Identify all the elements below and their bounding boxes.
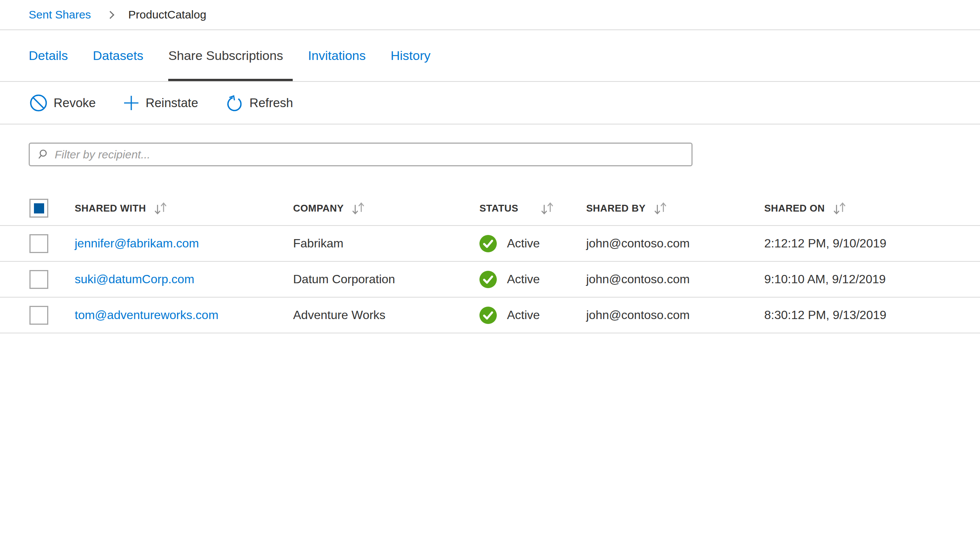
status-label: Active bbox=[507, 308, 540, 322]
shared-on-cell: 9:10:10 AM, 9/12/2019 bbox=[764, 272, 980, 286]
reinstate-button-label: Reinstate bbox=[146, 96, 198, 110]
tab-datasets[interactable]: Datasets bbox=[93, 30, 143, 81]
tab-bar: Details Datasets Share Subscriptions Inv… bbox=[0, 30, 980, 82]
chevron-right-icon bbox=[107, 11, 114, 19]
status-label: Active bbox=[507, 272, 540, 286]
status-cell: Active bbox=[479, 271, 586, 288]
column-header-shared-on[interactable]: SHARED ON bbox=[764, 200, 980, 216]
status-label: Active bbox=[507, 237, 540, 251]
shared-with-link[interactable]: tom@adventureworks.com bbox=[75, 308, 293, 322]
column-header-label: SHARED WITH bbox=[75, 203, 146, 214]
status-cell: Active bbox=[479, 306, 586, 324]
tab-invitations[interactable]: Invitations bbox=[308, 30, 366, 81]
column-header-label: COMPANY bbox=[293, 203, 344, 214]
sort-updown-icon bbox=[832, 200, 847, 216]
search-icon bbox=[37, 148, 49, 161]
sort-updown-icon bbox=[350, 200, 366, 216]
checkbox-indeterminate-mark bbox=[34, 203, 44, 213]
column-header-status[interactable]: STATUS bbox=[479, 200, 586, 216]
shared-by-cell: john@contoso.com bbox=[586, 308, 764, 322]
filter-box bbox=[29, 143, 692, 166]
select-all-checkbox[interactable] bbox=[29, 199, 48, 218]
shared-on-cell: 2:12:12 PM, 9/10/2019 bbox=[764, 237, 980, 251]
table-header-row: SHARED WITH COMPANY STATUS SHARED BY bbox=[0, 191, 980, 226]
reinstate-button[interactable]: Reinstate bbox=[123, 95, 198, 111]
check-circle-icon bbox=[479, 271, 497, 288]
block-icon bbox=[29, 94, 48, 112]
table-row[interactable]: suki@datumCorp.com Datum Corporation Act… bbox=[0, 262, 980, 298]
command-bar: Revoke Reinstate Refresh bbox=[0, 82, 980, 124]
filter-input[interactable] bbox=[55, 144, 685, 165]
check-circle-icon bbox=[479, 235, 497, 252]
row-checkbox[interactable] bbox=[29, 234, 48, 253]
company-cell: Fabrikam bbox=[293, 237, 479, 251]
column-header-shared-with[interactable]: SHARED WITH bbox=[75, 200, 293, 216]
company-cell: Adventure Works bbox=[293, 308, 479, 322]
breadcrumb-current: ProductCatalog bbox=[128, 8, 206, 21]
breadcrumb-link-sent-shares[interactable]: Sent Shares bbox=[29, 8, 91, 21]
shared-with-link[interactable]: jennifer@fabrikam.com bbox=[75, 237, 293, 251]
company-cell: Datum Corporation bbox=[293, 272, 479, 286]
column-header-label: STATUS bbox=[479, 203, 518, 214]
sort-updown-icon bbox=[153, 200, 168, 216]
column-header-label: SHARED BY bbox=[586, 203, 646, 214]
revoke-button[interactable]: Revoke bbox=[29, 94, 96, 112]
shared-on-cell: 8:30:12 PM, 9/13/2019 bbox=[764, 308, 980, 322]
sort-updown-icon bbox=[652, 200, 668, 216]
plus-icon bbox=[123, 95, 140, 111]
refresh-button-label: Refresh bbox=[249, 96, 293, 110]
row-checkbox[interactable] bbox=[29, 306, 48, 325]
table-row[interactable]: jennifer@fabrikam.com Fabrikam Active jo… bbox=[0, 226, 980, 262]
tab-details[interactable]: Details bbox=[29, 30, 68, 81]
sort-updown-icon bbox=[539, 200, 555, 216]
filter-section bbox=[0, 124, 980, 166]
status-cell: Active bbox=[479, 235, 586, 252]
column-header-shared-by[interactable]: SHARED BY bbox=[586, 200, 764, 216]
tab-history[interactable]: History bbox=[391, 30, 431, 81]
refresh-button[interactable]: Refresh bbox=[225, 94, 293, 112]
revoke-button-label: Revoke bbox=[54, 96, 96, 110]
table-row[interactable]: tom@adventureworks.com Adventure Works A… bbox=[0, 298, 980, 333]
tab-share-subscriptions[interactable]: Share Subscriptions bbox=[168, 30, 293, 81]
shared-by-cell: john@contoso.com bbox=[586, 237, 764, 251]
column-header-label: SHARED ON bbox=[764, 203, 825, 214]
shared-with-link[interactable]: suki@datumCorp.com bbox=[75, 272, 293, 286]
refresh-icon bbox=[225, 94, 243, 112]
shared-by-cell: john@contoso.com bbox=[586, 272, 764, 286]
check-circle-icon bbox=[479, 306, 497, 324]
breadcrumb: Sent Shares ProductCatalog bbox=[0, 0, 980, 30]
column-header-company[interactable]: COMPANY bbox=[293, 200, 479, 216]
row-checkbox[interactable] bbox=[29, 270, 48, 289]
